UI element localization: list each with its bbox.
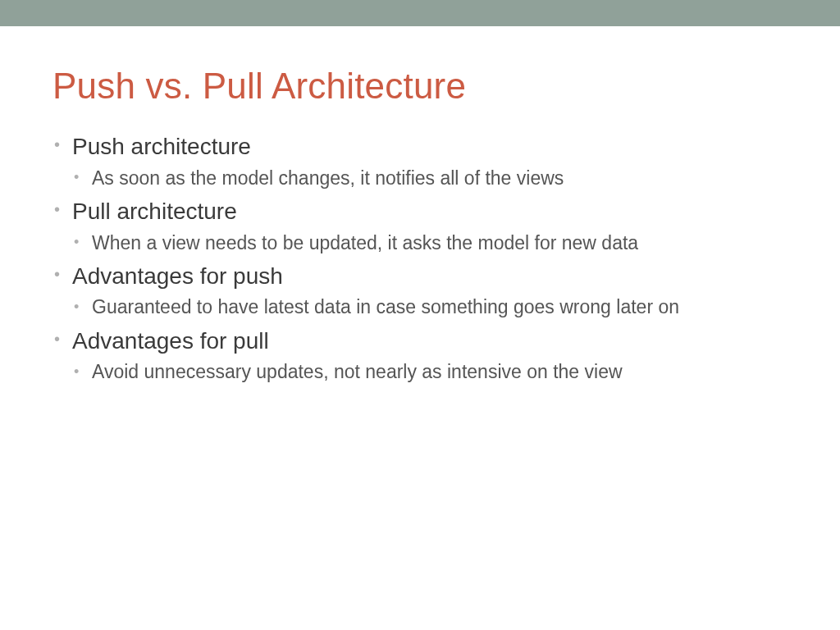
sub-list: Avoid unnecessary updates, not nearly as… xyxy=(72,359,788,385)
list-item: When a view needs to be updated, it asks… xyxy=(72,231,788,256)
sub-list: Guaranteed to have latest data in case s… xyxy=(72,294,788,320)
top-accent-bar xyxy=(0,0,840,26)
slide-title: Push vs. Pull Architecture xyxy=(52,66,788,107)
list-item: Guaranteed to have latest data in case s… xyxy=(72,294,788,320)
sub-list: When a view needs to be updated, it asks… xyxy=(72,231,788,256)
sub-list: As soon as the model changes, it notifie… xyxy=(72,166,788,191)
list-item: Advantages for push Guaranteed to have l… xyxy=(52,261,788,321)
sub-bullet-text: Avoid unnecessary updates, not nearly as… xyxy=(92,359,788,385)
bullet-list: Push architecture As soon as the model c… xyxy=(52,131,788,385)
bullet-text: Advantages for pull xyxy=(72,326,788,357)
sub-bullet-text: As soon as the model changes, it notifie… xyxy=(92,166,788,191)
bullet-text: Pull architecture xyxy=(72,196,788,227)
list-item: Push architecture As soon as the model c… xyxy=(52,131,788,191)
bullet-text: Push architecture xyxy=(72,131,788,162)
list-item: As soon as the model changes, it notifie… xyxy=(72,166,788,191)
list-item: Avoid unnecessary updates, not nearly as… xyxy=(72,359,788,385)
sub-bullet-text: When a view needs to be updated, it asks… xyxy=(92,231,788,256)
bullet-text: Advantages for push xyxy=(72,261,788,292)
list-item: Pull architecture When a view needs to b… xyxy=(52,196,788,256)
sub-bullet-text: Guaranteed to have latest data in case s… xyxy=(92,294,788,320)
slide-body: Push vs. Pull Architecture Push architec… xyxy=(0,26,840,385)
list-item: Advantages for pull Avoid unnecessary up… xyxy=(52,326,788,386)
